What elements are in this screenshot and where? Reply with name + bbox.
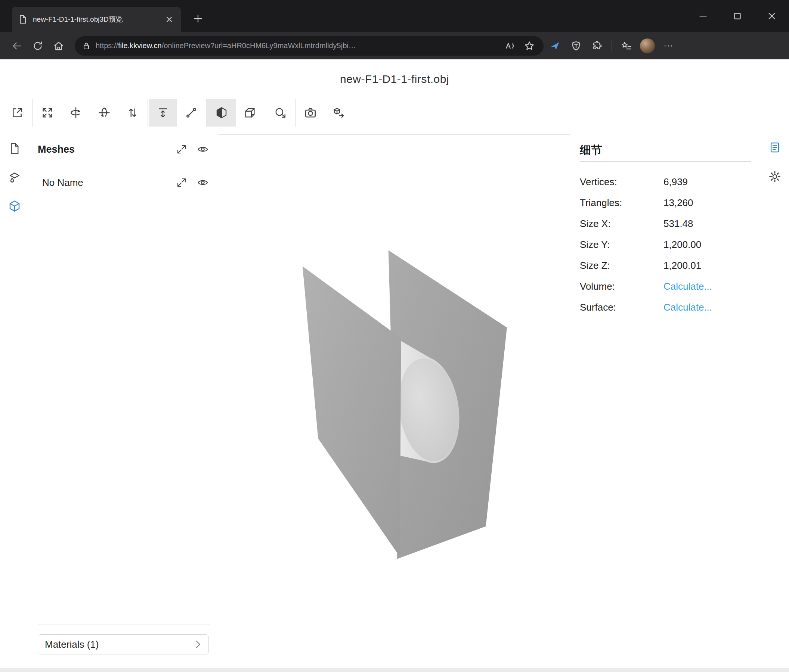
meshes-header: Meshes [38,144,166,155]
materials-icon [8,171,21,184]
page-title: new-F1-D1-1-first.obj [0,59,789,99]
back-button[interactable] [8,37,26,55]
materials-button-label: Materials (1) [45,639,192,650]
flip-vertical-icon [126,107,139,119]
meshes-fit-button[interactable] [176,143,187,155]
solid-view-button[interactable] [207,99,236,127]
measure-button[interactable] [266,99,294,127]
toolbar-divider [32,99,32,127]
mesh-fit-button[interactable] [176,177,187,188]
favorites-bar-button[interactable] [617,37,636,55]
zoom-to-fit-icon [176,177,187,188]
model-canvas[interactable] [218,135,570,655]
cube-icon [8,200,21,212]
materials-rail-button[interactable] [0,163,29,191]
details-rows: Vertices: 6,939 Triangles: 13,260 Size X… [580,171,751,318]
detail-row-triangles: Triangles: 13,260 [580,192,751,213]
star-icon [524,40,535,51]
open-file-button[interactable] [3,99,31,127]
move-tool-button[interactable] [149,99,177,127]
rotate-y-button[interactable] [62,99,90,127]
detail-value: 531.48 [663,218,751,229]
toolbar-divider [265,99,265,127]
export-3d-icon [332,107,345,119]
details-header: 细节 [580,134,751,158]
export-model-button[interactable] [325,99,353,127]
left-icon-rail [0,134,29,220]
document-icon [8,142,21,155]
tab-title: new-F1-D1-1-first.obj3D预览 [33,14,158,24]
close-window-button[interactable] [755,0,789,32]
fit-view-icon [41,107,54,119]
calculate-surface-link[interactable]: Calculate... [663,302,751,313]
rotate-y-icon [69,107,82,119]
measure-icon [274,107,286,119]
meshes-header-row: Meshes [38,134,210,159]
details-panel-toggle-button[interactable] [760,133,789,162]
extensions-button[interactable] [588,37,606,55]
rotate-x-button[interactable] [90,99,118,127]
gear-icon [768,170,781,183]
lock-icon [81,41,91,51]
refresh-button[interactable] [29,37,47,55]
ellipsis-icon [663,40,674,51]
fit-view-button[interactable] [33,99,62,127]
materials-button[interactable]: Materials (1) [38,634,209,654]
window-controls [686,0,789,32]
mesh-visibility-button[interactable] [197,177,209,188]
detail-label: Vertices: [580,176,663,188]
new-tab-button[interactable] [190,10,206,27]
line-tool-button[interactable] [177,99,206,127]
meshes-panel: Meshes No Name [38,134,210,655]
puzzle-icon [591,40,602,51]
detail-label: Triangles: [580,197,663,209]
url-domain: file.kkview.cn [118,41,162,49]
detail-row-surface: Surface: Calculate... [580,297,751,318]
file-info-button[interactable] [0,134,29,163]
detail-row-size-y: Size Y: 1,200.00 [580,234,751,255]
line-tool-icon [185,107,198,119]
detail-label: Size Y: [580,239,663,250]
model-viewport[interactable] [218,134,570,655]
toolbar-divider [295,99,295,127]
right-icon-rail [760,133,789,191]
screenshot-button[interactable] [296,99,325,127]
navbar-divider [612,40,612,52]
zoom-to-fit-icon [176,144,187,155]
extension-blue-button[interactable] [546,37,564,55]
mesh-list-item[interactable]: No Name [38,170,210,194]
panel-divider [580,161,751,162]
home-button[interactable] [50,37,68,55]
favorite-star-button[interactable] [522,38,537,53]
solid-view-icon [215,107,228,119]
move-tool-icon [157,107,169,119]
camera-icon [304,107,317,119]
flip-vertical-button[interactable] [118,99,147,127]
back-arrow-icon [11,40,22,51]
calculate-volume-link[interactable]: Calculate... [663,281,751,292]
meshes-visibility-button[interactable] [197,143,209,155]
profile-button[interactable] [638,37,657,55]
address-bar[interactable]: https://file.kkview.cn/onlinePreview?url… [75,36,543,56]
rotate-x-icon [98,107,110,119]
url-text: https://file.kkview.cn/onlinePreview?url… [96,41,498,50]
viewer-toolbar [0,99,789,127]
extension-shield-button[interactable] [567,37,585,55]
browser-navbar: https://file.kkview.cn/onlinePreview?url… [0,32,789,59]
detail-label: Surface: [580,302,663,313]
maximize-button[interactable] [720,0,755,32]
wireframe-view-button[interactable] [236,99,264,127]
read-aloud-button[interactable]: A [503,38,517,53]
detail-value: 13,260 [663,197,751,209]
browser-menu-button[interactable] [659,37,678,55]
close-icon [766,10,778,22]
url-path: /onlinePreview?url=aHR0cHM6Ly9maWxlLmtrd… [162,41,356,49]
minimize-button[interactable] [686,0,720,32]
settings-button[interactable] [760,162,789,191]
browser-tab[interactable]: new-F1-D1-1-first.obj3D预览 [12,7,181,32]
details-list-icon [768,141,781,154]
shield-icon [570,40,582,51]
detail-label: Size X: [580,218,663,229]
model-view-rail-button[interactable] [0,191,29,220]
tab-close-icon[interactable] [164,14,175,25]
